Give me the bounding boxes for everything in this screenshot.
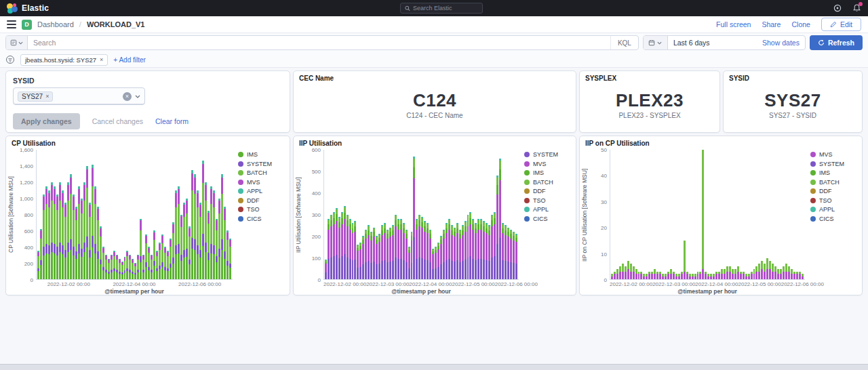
- bar[interactable]: [616, 150, 618, 279]
- bar[interactable]: [732, 150, 734, 279]
- show-dates-link[interactable]: Show dates: [757, 39, 805, 47]
- query-search-input[interactable]: [28, 39, 610, 47]
- bar[interactable]: [465, 150, 467, 279]
- bar[interactable]: [124, 150, 126, 279]
- elastic-brand[interactable]: Elastic: [7, 3, 49, 14]
- bar[interactable]: [477, 150, 479, 279]
- bar[interactable]: [499, 150, 501, 279]
- bar[interactable]: [113, 150, 115, 279]
- legend-item-ddf[interactable]: DDF: [524, 188, 572, 194]
- bar[interactable]: [408, 150, 410, 279]
- legend-item-tso[interactable]: TSO: [238, 206, 285, 213]
- bar[interactable]: [740, 150, 742, 279]
- bar[interactable]: [505, 150, 507, 279]
- clear-form-button[interactable]: Clear form: [155, 117, 189, 125]
- bar[interactable]: [491, 150, 493, 279]
- bar[interactable]: [216, 150, 218, 279]
- bar[interactable]: [167, 150, 169, 279]
- bar[interactable]: [702, 150, 704, 279]
- bar[interactable]: [705, 150, 707, 279]
- edit-button[interactable]: Edit: [821, 18, 861, 31]
- legend-item-ims[interactable]: IMS: [810, 169, 858, 176]
- bar[interactable]: [654, 150, 656, 279]
- bar[interactable]: [208, 150, 210, 279]
- bar[interactable]: [630, 150, 632, 279]
- bar[interactable]: [667, 150, 669, 279]
- bar[interactable]: [384, 150, 386, 279]
- bar[interactable]: [111, 150, 113, 279]
- bar[interactable]: [183, 150, 185, 279]
- bar[interactable]: [73, 150, 75, 279]
- bar[interactable]: [772, 150, 774, 279]
- legend-item-appl[interactable]: APPL: [524, 206, 572, 213]
- bar[interactable]: [432, 150, 434, 279]
- bar[interactable]: [783, 150, 785, 279]
- bar[interactable]: [799, 150, 801, 279]
- remove-tag-icon[interactable]: ×: [45, 93, 49, 100]
- bar[interactable]: [753, 150, 755, 279]
- bar[interactable]: [413, 150, 415, 279]
- bar[interactable]: [151, 150, 153, 279]
- bar[interactable]: [202, 150, 204, 279]
- bar[interactable]: [134, 150, 136, 279]
- bar[interactable]: [229, 150, 231, 279]
- bar[interactable]: [170, 150, 172, 279]
- bar[interactable]: [515, 150, 517, 279]
- bar[interactable]: [755, 150, 757, 279]
- bar[interactable]: [718, 150, 720, 279]
- bar[interactable]: [502, 150, 504, 279]
- bar[interactable]: [437, 150, 439, 279]
- bar[interactable]: [785, 150, 787, 279]
- bar[interactable]: [156, 150, 158, 279]
- bar[interactable]: [368, 150, 370, 279]
- bar[interactable]: [791, 150, 793, 279]
- sysid-tag[interactable]: SYS27 ×: [18, 91, 53, 102]
- bar[interactable]: [189, 150, 191, 279]
- bar[interactable]: [513, 150, 515, 279]
- bar[interactable]: [403, 150, 405, 279]
- bar[interactable]: [643, 150, 645, 279]
- bar[interactable]: [713, 150, 715, 279]
- bar[interactable]: [43, 150, 45, 279]
- bar[interactable]: [338, 150, 340, 279]
- legend-item-ddf[interactable]: DDF: [238, 197, 285, 204]
- legend-item-appl[interactable]: APPL: [238, 188, 285, 194]
- bar[interactable]: [357, 150, 359, 279]
- bar[interactable]: [83, 150, 85, 279]
- bar[interactable]: [764, 150, 766, 279]
- kql-language-button[interactable]: KQL: [610, 36, 638, 49]
- legend-item-ddf[interactable]: DDF: [810, 188, 858, 194]
- bar[interactable]: [611, 150, 613, 279]
- cp-utilisation-bars[interactable]: [36, 150, 233, 280]
- legend-item-appl[interactable]: APPL: [810, 206, 858, 213]
- bar[interactable]: [89, 150, 91, 279]
- bar[interactable]: [191, 150, 193, 279]
- bar[interactable]: [161, 150, 163, 279]
- bar[interactable]: [197, 150, 199, 279]
- refresh-button[interactable]: Refresh: [810, 35, 863, 50]
- add-filter-link[interactable]: + Add filter: [113, 56, 146, 64]
- bar[interactable]: [75, 150, 77, 279]
- bar[interactable]: [226, 150, 229, 279]
- bar[interactable]: [205, 150, 207, 279]
- bar[interactable]: [328, 150, 330, 279]
- time-range-value[interactable]: Last 6 days: [668, 39, 757, 47]
- bar[interactable]: [729, 150, 731, 279]
- iip-on-cp-utilisation-bars[interactable]: [610, 150, 805, 280]
- bar[interactable]: [761, 150, 763, 279]
- bar[interactable]: [347, 150, 349, 279]
- bar[interactable]: [349, 150, 351, 279]
- bar[interactable]: [59, 150, 61, 279]
- bar[interactable]: [751, 150, 753, 279]
- bar[interactable]: [94, 150, 96, 279]
- legend-item-system[interactable]: SYSTEM: [810, 161, 858, 167]
- bar[interactable]: [646, 150, 648, 279]
- bar[interactable]: [507, 150, 509, 279]
- legend-item-system[interactable]: SYSTEM: [238, 161, 285, 167]
- bar[interactable]: [627, 150, 629, 279]
- bar[interactable]: [651, 150, 653, 279]
- bar[interactable]: [97, 150, 99, 279]
- bar[interactable]: [100, 150, 102, 279]
- bar[interactable]: [92, 150, 94, 279]
- bar[interactable]: [411, 150, 413, 279]
